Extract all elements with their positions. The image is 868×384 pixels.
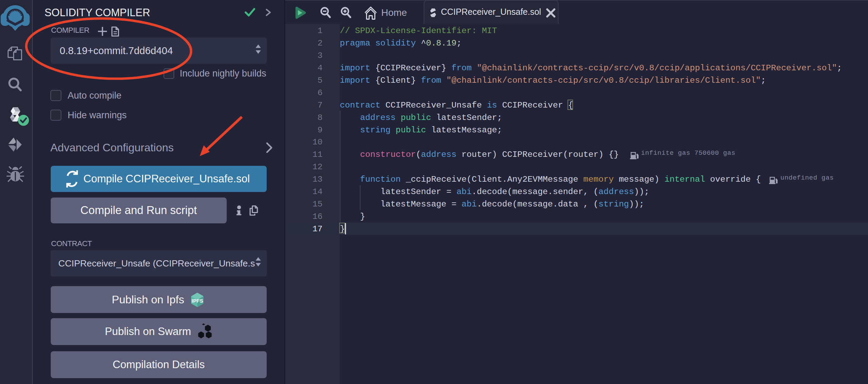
svg-text:IPFS: IPFS: [191, 298, 203, 304]
